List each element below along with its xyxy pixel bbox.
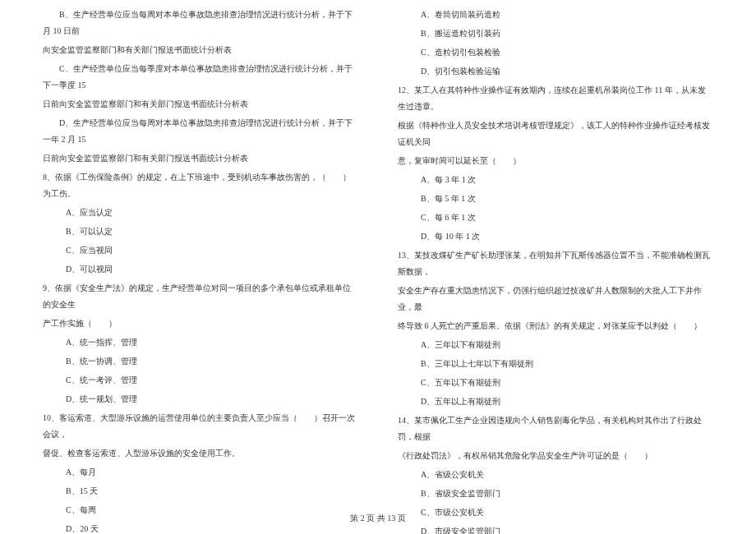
- option-d-cont: 日前向安全监管监察部门和有关部门报送书面统计分析表: [43, 150, 358, 167]
- question-9: 9、依据《安全生产法》的规定，生产经营单位对同一项目的多个承包单位或承租单位的安…: [43, 280, 358, 313]
- q11-option-b: B、搬运造粒切引装药: [398, 25, 713, 42]
- question-13: 13、某技改煤矿生产矿长助理张某，在明知井下瓦斯传感器位置不当，不能准确检测瓦斯…: [398, 247, 713, 280]
- q12-option-a: A、每 3 年 1 次: [398, 172, 713, 188]
- q11-option-a: A、卷筒切筒装药造粒: [398, 7, 713, 23]
- q14-option-a: A、省级公安机关: [398, 467, 713, 483]
- question-9-cont: 产工作实施（ ）: [43, 315, 358, 332]
- question-12-cont1: 根据《特种作业人员安全技术培训考核管理规定》，该工人的特种作业操作证经考核发证机…: [398, 117, 713, 150]
- question-13-cont1: 安全生产存在重大隐患情况下，仍强行组织超过技改矿井人数限制的大批人工下井作业，最: [398, 283, 713, 315]
- q8-option-a: A、应当认定: [43, 205, 358, 221]
- left-column: B、生产经营单位应当每周对本单位事故隐患排查治理情况进行统计分析，并于下月 10…: [33, 7, 378, 509]
- question-14: 14、某市佩化工生产企业因违规向个人销售剧毒化学品，有关机构对其作出了行政处罚，…: [398, 412, 713, 445]
- q12-option-b: B、每 5 年 1 次: [398, 191, 713, 207]
- option-c-text: C、生产经营单位应当每季度对本单位事故隐患排查治理情况进行统计分析，并于下一季度…: [43, 61, 358, 94]
- q12-option-c: C、每 6 年 1 次: [398, 209, 713, 226]
- q13-option-d: D、五年以上有期徒刑: [398, 394, 713, 410]
- question-10: 10、客运索道、大型游乐设施的运营使用单位的主要负责人至少应当（ ）召开一次会议…: [43, 410, 358, 443]
- q9-option-c: C、统一考评、管理: [43, 372, 358, 389]
- option-d-text: D、生产经营单位应当每周对本单位事故隐患排查治理情况进行统计分析，并于下一年 2…: [43, 115, 358, 148]
- page-container: B、生产经营单位应当每周对本单位事故隐患排查治理情况进行统计分析，并于下月 10…: [0, 0, 756, 509]
- q14-option-b: B、省级安全监管部门: [398, 486, 713, 502]
- q10-option-a: A、每月: [43, 464, 358, 481]
- q12-option-d: D、每 10 年 1 次: [398, 228, 713, 245]
- question-13-cont2: 终导致 6 人死亡的严重后果。依据《刑法》的有关规定，对张某应予以判处（ ）: [398, 318, 713, 334]
- option-c-cont: 日前向安全监管监察部门和有关部门报送书面统计分析表: [43, 96, 358, 113]
- question-14-cont: 《行政处罚法》，有权吊销其危险化学品安全生产许可证的是（ ）: [398, 448, 713, 464]
- q11-option-c: C、造粒切引包装检验: [398, 44, 713, 61]
- right-column: A、卷筒切筒装药造粒 B、搬运造粒切引装药 C、造粒切引包装检验 D、切引包装检…: [378, 7, 723, 509]
- page-footer: 第 2 页 共 13 页: [0, 513, 756, 524]
- q8-option-d: D、可以视同: [43, 261, 358, 278]
- question-8: 8、依据《工伤保险条例》的规定，在上下班途中，受到机动车事故伤害的，（ ）为工伤…: [43, 169, 358, 202]
- q14-option-d: D、市级安全监管部门: [398, 523, 713, 534]
- question-10-cont: 督促、检查客运索道、人型游乐设施的安全使用工作。: [43, 445, 358, 462]
- option-b-text: B、生产经营单位应当每周对本单位事故隐患排查治理情况进行统计分析，并于下月 10…: [43, 7, 358, 39]
- q9-option-a: A、统一指挥、管理: [43, 334, 358, 351]
- q11-option-d: D、切引包装检验运输: [398, 63, 713, 80]
- q9-option-d: D、统一规划、管理: [43, 391, 358, 407]
- q13-option-b: B、三年以上七年以下有期徒刑: [398, 356, 713, 372]
- q8-option-c: C、应当视同: [43, 242, 358, 259]
- q10-option-b: B、15 天: [43, 483, 358, 499]
- question-12: 12、某工人在其特种作业操作证有效期内，连续在起重机吊装岗位工作 11 年，从未…: [398, 82, 713, 115]
- q8-option-b: B、可以认定: [43, 223, 358, 240]
- option-b-cont: 向安全监管监察部门和有关部门报送书面统计分析表: [43, 42, 358, 58]
- q9-option-b: B、统一协调、管理: [43, 353, 358, 370]
- question-12-cont2: 意，复审时间可以延长至（ ）: [398, 153, 713, 169]
- q13-option-a: A、三年以下有期徒刑: [398, 337, 713, 353]
- q13-option-c: C、五年以下有期徒刑: [398, 375, 713, 391]
